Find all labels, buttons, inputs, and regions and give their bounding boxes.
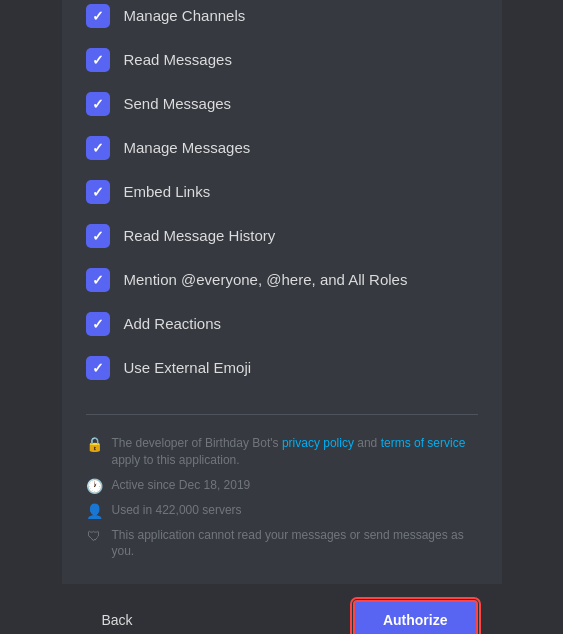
cannot-read-info: 🛡 This application cannot read your mess… (86, 527, 478, 561)
permission-label-read-message-history: Read Message History (124, 227, 276, 244)
permission-item-use-external-emoji: ✓Use External Emoji (86, 346, 478, 390)
permission-label-use-external-emoji: Use External Emoji (124, 359, 252, 376)
permission-item-add-reactions: ✓Add Reactions (86, 302, 478, 346)
permission-item-mention-everyone: ✓Mention @everyone, @here, and All Roles (86, 258, 478, 302)
checkbox-send-messages[interactable]: ✓ (86, 92, 110, 116)
checkbox-use-external-emoji[interactable]: ✓ (86, 356, 110, 380)
checkmark-icon: ✓ (92, 316, 104, 332)
checkmark-icon: ✓ (92, 96, 104, 112)
checkbox-read-messages[interactable]: ✓ (86, 48, 110, 72)
checkbox-mention-everyone[interactable]: ✓ (86, 268, 110, 292)
checkmark-icon: ✓ (92, 8, 104, 24)
policy-text: The developer of Birthday Bot's privacy … (112, 435, 478, 469)
permission-item-embed-links: ✓Embed Links (86, 170, 478, 214)
checkmark-icon: ✓ (92, 184, 104, 200)
checkmark-icon: ✓ (92, 272, 104, 288)
back-button[interactable]: Back (86, 604, 149, 634)
servers-icon: 👤 (86, 503, 102, 519)
permission-item-manage-channels: ✓Manage Channels (86, 0, 478, 38)
permission-item-manage-messages: ✓Manage Messages (86, 126, 478, 170)
checkbox-manage-messages[interactable]: ✓ (86, 136, 110, 160)
checkmark-icon: ✓ (92, 228, 104, 244)
permission-label-manage-channels: Manage Channels (124, 7, 246, 24)
terms-link[interactable]: terms of service (381, 436, 466, 450)
permission-label-manage-messages: Manage Messages (124, 139, 251, 156)
active-since-info: 🕐 Active since Dec 18, 2019 (86, 477, 478, 494)
checkbox-add-reactions[interactable]: ✓ (86, 312, 110, 336)
footer: Back Authorize (62, 584, 502, 634)
checkbox-manage-channels[interactable]: ✓ (86, 4, 110, 28)
permission-label-mention-everyone: Mention @everyone, @here, and All Roles (124, 271, 408, 288)
checkbox-embed-links[interactable]: ✓ (86, 180, 110, 204)
shield-icon: 🛡 (86, 528, 102, 544)
lock-icon: 🔒 (86, 436, 102, 452)
policy-info: 🔒 The developer of Birthday Bot's privac… (86, 435, 478, 469)
checkmark-icon: ✓ (92, 140, 104, 156)
servers-info: 👤 Used in 422,000 servers (86, 502, 478, 519)
permission-label-read-messages: Read Messages (124, 51, 232, 68)
permission-label-send-messages: Send Messages (124, 95, 232, 112)
authorize-button[interactable]: Authorize (353, 600, 478, 634)
permission-label-embed-links: Embed Links (124, 183, 211, 200)
checkmark-icon: ✓ (92, 52, 104, 68)
servers-text: Used in 422,000 servers (112, 502, 242, 519)
permission-item-read-messages: ✓Read Messages (86, 38, 478, 82)
permission-label-add-reactions: Add Reactions (124, 315, 222, 332)
privacy-policy-link[interactable]: privacy policy (282, 436, 354, 450)
divider (86, 414, 478, 415)
active-since-text: Active since Dec 18, 2019 (112, 477, 251, 494)
clock-icon: 🕐 (86, 478, 102, 494)
cannot-read-text: This application cannot read your messag… (112, 527, 478, 561)
modal: ✓Manage Channels✓Read Messages✓Send Mess… (62, 0, 502, 634)
info-section: 🔒 The developer of Birthday Bot's privac… (62, 423, 502, 584)
permission-item-read-message-history: ✓Read Message History (86, 214, 478, 258)
checkbox-read-message-history[interactable]: ✓ (86, 224, 110, 248)
permission-item-send-messages: ✓Send Messages (86, 82, 478, 126)
checkmark-icon: ✓ (92, 360, 104, 376)
permissions-list: ✓Manage Channels✓Read Messages✓Send Mess… (62, 0, 502, 406)
